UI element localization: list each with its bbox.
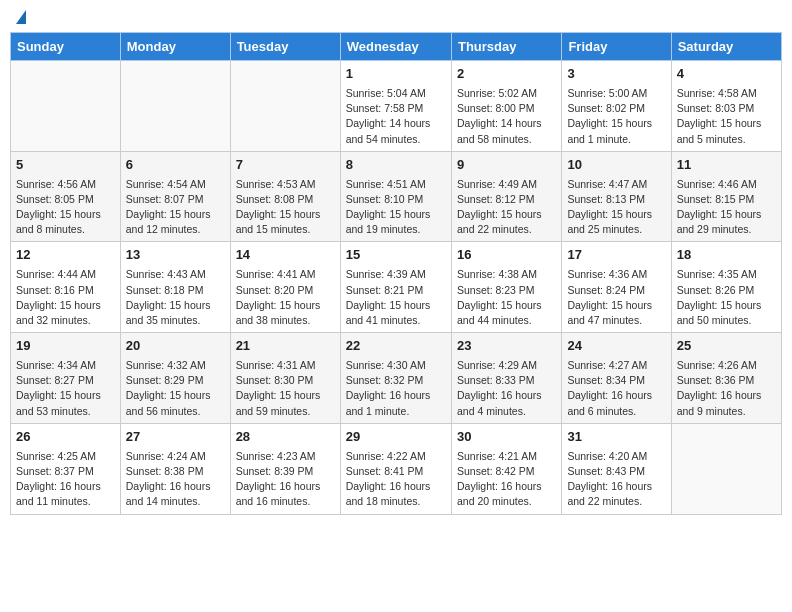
day-info-line: Sunset: 8:13 PM [567,192,665,207]
day-info-line: Daylight: 15 hours and 53 minutes. [16,388,115,418]
calendar-cell [230,61,340,152]
calendar-cell: 8Sunrise: 4:51 AMSunset: 8:10 PMDaylight… [340,151,451,242]
day-info-line: Daylight: 16 hours and 11 minutes. [16,479,115,509]
day-number: 29 [346,428,446,447]
day-info-line: Daylight: 15 hours and 32 minutes. [16,298,115,328]
day-number: 6 [126,156,225,175]
weekday-header-friday: Friday [562,33,671,61]
day-info-line: Sunset: 8:08 PM [236,192,335,207]
day-info-line: Daylight: 15 hours and 15 minutes. [236,207,335,237]
day-info-line: Sunrise: 4:31 AM [236,358,335,373]
day-info-line: Sunset: 8:43 PM [567,464,665,479]
day-number: 21 [236,337,335,356]
weekday-header-monday: Monday [120,33,230,61]
day-number: 20 [126,337,225,356]
day-info-line: Sunrise: 4:38 AM [457,267,556,282]
day-number: 26 [16,428,115,447]
day-info-line: Daylight: 15 hours and 19 minutes. [346,207,446,237]
day-info-line: Daylight: 15 hours and 56 minutes. [126,388,225,418]
day-number: 2 [457,65,556,84]
calendar-cell: 10Sunrise: 4:47 AMSunset: 8:13 PMDayligh… [562,151,671,242]
calendar-cell: 27Sunrise: 4:24 AMSunset: 8:38 PMDayligh… [120,423,230,514]
day-info-line: Sunrise: 4:25 AM [16,449,115,464]
calendar-cell: 30Sunrise: 4:21 AMSunset: 8:42 PMDayligh… [451,423,561,514]
day-number: 17 [567,246,665,265]
day-number: 16 [457,246,556,265]
day-number: 24 [567,337,665,356]
day-info-line: Sunrise: 4:22 AM [346,449,446,464]
calendar-cell: 11Sunrise: 4:46 AMSunset: 8:15 PMDayligh… [671,151,781,242]
day-info-line: Sunset: 8:26 PM [677,283,776,298]
calendar-cell: 4Sunrise: 4:58 AMSunset: 8:03 PMDaylight… [671,61,781,152]
day-info-line: Sunset: 8:34 PM [567,373,665,388]
day-number: 1 [346,65,446,84]
day-number: 9 [457,156,556,175]
day-info-line: Sunset: 8:27 PM [16,373,115,388]
day-info-line: Daylight: 15 hours and 22 minutes. [457,207,556,237]
calendar-cell: 31Sunrise: 4:20 AMSunset: 8:43 PMDayligh… [562,423,671,514]
day-info-line: Daylight: 15 hours and 44 minutes. [457,298,556,328]
calendar-cell [671,423,781,514]
day-info-line: Sunrise: 4:29 AM [457,358,556,373]
weekday-header-tuesday: Tuesday [230,33,340,61]
calendar-cell: 2Sunrise: 5:02 AMSunset: 8:00 PMDaylight… [451,61,561,152]
day-info-line: Sunset: 8:42 PM [457,464,556,479]
logo-triangle-icon [16,10,26,24]
calendar-cell: 6Sunrise: 4:54 AMSunset: 8:07 PMDaylight… [120,151,230,242]
day-number: 8 [346,156,446,175]
day-info-line: Sunrise: 4:32 AM [126,358,225,373]
day-info-line: Daylight: 15 hours and 8 minutes. [16,207,115,237]
calendar-cell: 24Sunrise: 4:27 AMSunset: 8:34 PMDayligh… [562,333,671,424]
day-info-line: Sunrise: 5:04 AM [346,86,446,101]
calendar-table: SundayMondayTuesdayWednesdayThursdayFrid… [10,32,782,515]
calendar-cell: 19Sunrise: 4:34 AMSunset: 8:27 PMDayligh… [11,333,121,424]
weekday-header-sunday: Sunday [11,33,121,61]
day-info-line: Daylight: 16 hours and 20 minutes. [457,479,556,509]
day-info-line: Sunset: 8:00 PM [457,101,556,116]
day-info-line: Sunrise: 4:54 AM [126,177,225,192]
day-info-line: Sunrise: 4:43 AM [126,267,225,282]
logo [14,10,26,24]
calendar-cell: 26Sunrise: 4:25 AMSunset: 8:37 PMDayligh… [11,423,121,514]
day-number: 28 [236,428,335,447]
weekday-header-wednesday: Wednesday [340,33,451,61]
day-info-line: Daylight: 15 hours and 12 minutes. [126,207,225,237]
day-info-line: Sunrise: 4:56 AM [16,177,115,192]
calendar-body: 1Sunrise: 5:04 AMSunset: 7:58 PMDaylight… [11,61,782,515]
calendar-cell: 21Sunrise: 4:31 AMSunset: 8:30 PMDayligh… [230,333,340,424]
day-info-line: Sunrise: 4:21 AM [457,449,556,464]
calendar-cell: 13Sunrise: 4:43 AMSunset: 8:18 PMDayligh… [120,242,230,333]
day-number: 15 [346,246,446,265]
day-info-line: Sunset: 8:15 PM [677,192,776,207]
day-info-line: Sunrise: 4:23 AM [236,449,335,464]
page-header [10,10,782,24]
calendar-cell: 22Sunrise: 4:30 AMSunset: 8:32 PMDayligh… [340,333,451,424]
day-info-line: Daylight: 15 hours and 38 minutes. [236,298,335,328]
day-number: 18 [677,246,776,265]
day-number: 3 [567,65,665,84]
calendar-cell: 5Sunrise: 4:56 AMSunset: 8:05 PMDaylight… [11,151,121,242]
day-info-line: Daylight: 16 hours and 18 minutes. [346,479,446,509]
day-info-line: Sunrise: 4:49 AM [457,177,556,192]
day-info-line: Sunrise: 4:30 AM [346,358,446,373]
weekday-header-saturday: Saturday [671,33,781,61]
day-info-line: Sunset: 8:07 PM [126,192,225,207]
weekday-header-thursday: Thursday [451,33,561,61]
day-info-line: Sunset: 8:02 PM [567,101,665,116]
day-info-line: Daylight: 15 hours and 41 minutes. [346,298,446,328]
day-number: 4 [677,65,776,84]
day-info-line: Sunrise: 5:00 AM [567,86,665,101]
day-info-line: Sunset: 8:29 PM [126,373,225,388]
day-info-line: Sunrise: 4:53 AM [236,177,335,192]
day-info-line: Daylight: 16 hours and 6 minutes. [567,388,665,418]
day-info-line: Sunset: 8:03 PM [677,101,776,116]
day-info-line: Sunset: 7:58 PM [346,101,446,116]
calendar-week-3: 12Sunrise: 4:44 AMSunset: 8:16 PMDayligh… [11,242,782,333]
day-number: 22 [346,337,446,356]
calendar-cell: 3Sunrise: 5:00 AMSunset: 8:02 PMDaylight… [562,61,671,152]
day-info-line: Sunset: 8:18 PM [126,283,225,298]
day-info-line: Sunset: 8:30 PM [236,373,335,388]
day-number: 23 [457,337,556,356]
day-info-line: Sunset: 8:16 PM [16,283,115,298]
calendar-cell: 28Sunrise: 4:23 AMSunset: 8:39 PMDayligh… [230,423,340,514]
